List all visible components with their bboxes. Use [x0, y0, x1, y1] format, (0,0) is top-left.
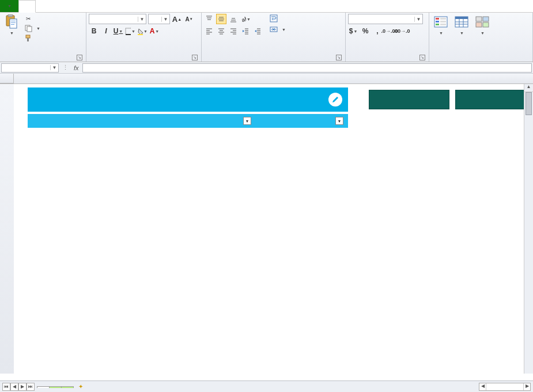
align-top-button[interactable] — [204, 14, 214, 24]
svg-rect-1 — [8, 14, 13, 17]
svg-rect-59 — [483, 17, 489, 21]
underline-button[interactable]: U▼ — [113, 26, 123, 36]
table-icon — [455, 15, 468, 29]
wrap-text-button[interactable] — [269, 14, 287, 23]
dialog-launcher-icon[interactable]: ↘ — [419, 55, 425, 60]
paste-icon — [5, 15, 18, 29]
number-format-combo[interactable]: ▼ — [348, 14, 423, 24]
tab-file[interactable]: ▼ — [0, 0, 18, 12]
tab-home[interactable] — [18, 0, 36, 13]
dialog-launcher-icon[interactable]: ↘ — [336, 55, 342, 60]
sheet-nav-first[interactable]: ⏮ — [2, 383, 10, 391]
title-banner — [28, 87, 348, 112]
svg-rect-10 — [126, 28, 131, 35]
decrease-decimal-button[interactable]: .00→.0 — [396, 26, 407, 36]
select-all-corner[interactable] — [0, 74, 14, 83]
font-color-button[interactable]: A▼ — [149, 26, 160, 36]
decrease-indent-button[interactable] — [240, 26, 251, 36]
scroll-left-icon[interactable]: ◀ — [479, 383, 486, 390]
chevron-down-icon: ▼ — [439, 31, 443, 35]
tab-page-layout[interactable] — [52, 0, 68, 12]
tab-insert[interactable] — [36, 0, 52, 12]
format-as-table-button[interactable]: ▼ — [452, 14, 471, 36]
chevron-down-icon: ▼ — [155, 29, 159, 33]
sheet-nav-prev[interactable]: ◀ — [10, 383, 18, 391]
chevron-down-icon: ▼ — [119, 29, 123, 33]
chevron-down-icon: ▼ — [247, 17, 251, 21]
sheet-tab-month-view[interactable] — [49, 386, 62, 388]
scroll-right-icon[interactable]: ▶ — [523, 383, 530, 390]
font-size-combo[interactable]: ▼ — [148, 14, 170, 24]
fx-handle-icon[interactable]: ⋮ — [60, 64, 70, 71]
dialog-launcher-icon[interactable]: ↘ — [192, 55, 198, 60]
align-right-button[interactable] — [228, 26, 239, 36]
group-label-styles — [432, 60, 530, 62]
svg-rect-4 — [11, 22, 16, 23]
column-header-description[interactable]: ▼ — [28, 114, 256, 128]
cell-styles-icon — [475, 15, 489, 29]
svg-rect-49 — [440, 18, 446, 20]
cells-area[interactable]: ▼ ▼ — [14, 84, 533, 374]
chevron-down-icon: ▼ — [7, 4, 12, 8]
borders-button[interactable]: ▼ — [125, 26, 135, 36]
group-styles: ▼ ▼ ▼ — [429, 13, 533, 62]
fx-icon[interactable]: fx — [74, 64, 79, 71]
svg-text:ab: ab — [241, 15, 246, 23]
svg-rect-9 — [27, 38, 29, 41]
format-painter-button[interactable] — [23, 33, 41, 43]
chevron-down-icon: ▼ — [481, 31, 485, 35]
scroll-up-icon[interactable]: ▲ — [524, 84, 533, 92]
tab-view[interactable] — [116, 0, 133, 12]
vertical-scrollbar[interactable]: ▲ — [524, 84, 533, 374]
merge-center-button[interactable]: ▼ — [269, 25, 287, 34]
horizontal-scrollbar[interactable]: ◀▶ — [479, 383, 531, 391]
copy-button[interactable]: ▼ — [23, 24, 41, 33]
conditional-formatting-button[interactable]: ▼ — [432, 14, 450, 36]
filter-button[interactable]: ▼ — [335, 117, 343, 125]
tab-data[interactable] — [84, 0, 100, 12]
dialog-launcher-icon[interactable]: ↘ — [77, 55, 82, 60]
column-header-due-date[interactable]: ▼ — [256, 114, 348, 128]
group-label-number: ↘ — [348, 60, 426, 62]
align-bottom-button[interactable] — [228, 14, 239, 24]
week-view-button[interactable] — [455, 90, 533, 109]
orientation-button[interactable]: ab▼ — [240, 14, 251, 24]
group-label-alignment: ↘ — [204, 60, 343, 62]
row-headers — [0, 84, 14, 374]
paste-button[interactable]: ▼ — [2, 14, 21, 36]
month-view-button[interactable] — [369, 90, 449, 109]
increase-font-button[interactable]: A▲ — [172, 14, 182, 24]
sheet-tab-assignments[interactable] — [37, 386, 50, 388]
percent-button[interactable]: % — [360, 26, 371, 36]
group-alignment: ab▼ ▼ ↘ — [202, 13, 346, 62]
accounting-format-button[interactable]: $▼ — [348, 26, 358, 36]
align-center-button[interactable] — [216, 26, 226, 36]
name-box[interactable]: ▼ — [1, 63, 59, 73]
ribbon-tabs: ▼ — [0, 0, 533, 13]
edit-button[interactable] — [328, 93, 342, 106]
align-left-button[interactable] — [204, 26, 214, 36]
tab-review[interactable] — [100, 0, 116, 12]
svg-rect-5 — [11, 24, 14, 25]
align-middle-button[interactable] — [216, 14, 226, 24]
formula-bar-row: ▼ ⋮ fx — [0, 62, 533, 74]
bold-button[interactable]: B — [89, 26, 99, 36]
decrease-font-button[interactable]: A▼ — [184, 14, 194, 24]
tab-formulas[interactable] — [68, 0, 84, 12]
svg-rect-51 — [440, 24, 446, 25]
copy-icon — [24, 24, 32, 32]
sheet-nav-next[interactable]: ▶ — [18, 383, 27, 391]
font-name-combo[interactable]: ▼ — [89, 14, 146, 24]
new-sheet-button[interactable]: ✦ — [77, 383, 85, 391]
italic-button[interactable]: I — [101, 26, 111, 36]
formula-bar[interactable] — [82, 63, 532, 73]
sheet-nav-last[interactable]: ⏭ — [27, 383, 35, 391]
fill-color-button[interactable]: ▼ — [137, 26, 148, 36]
cell-styles-button[interactable]: ▼ — [473, 14, 492, 36]
cut-button[interactable]: ✂ — [23, 14, 41, 23]
sheet-tab-week-view[interactable] — [61, 386, 74, 388]
column-headers — [0, 74, 533, 84]
increase-indent-button[interactable] — [252, 26, 263, 36]
scroll-thumb[interactable] — [526, 92, 532, 115]
filter-button[interactable]: ▼ — [243, 117, 251, 125]
